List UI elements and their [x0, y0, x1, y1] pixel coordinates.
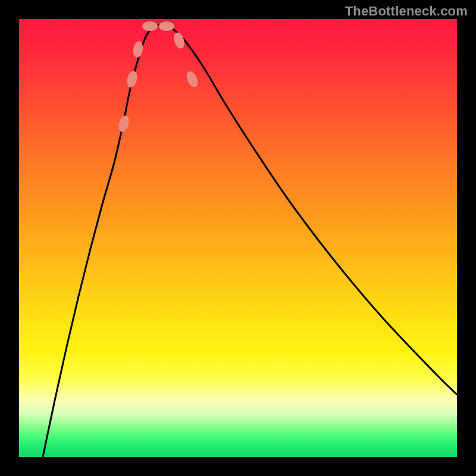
marker-right-upper	[184, 70, 200, 89]
plot-area	[19, 19, 457, 457]
chart-frame: TheBottleneck.com	[0, 0, 476, 476]
bottleneck-curve	[43, 25, 457, 457]
watermark-text: TheBottleneck.com	[345, 4, 468, 19]
marker-left-mid	[126, 70, 139, 88]
marker-bottom-right	[159, 21, 174, 31]
curve-markers	[117, 21, 200, 133]
marker-left-upper	[117, 114, 130, 133]
bottleneck-curve-svg	[19, 19, 457, 457]
marker-bottom-left	[142, 21, 158, 31]
